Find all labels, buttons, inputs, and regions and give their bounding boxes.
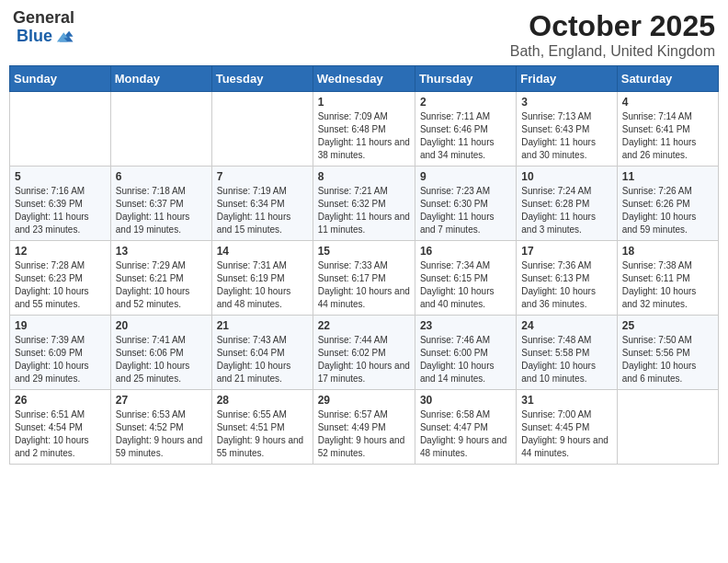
day-info: Sunrise: 7:39 AM Sunset: 6:09 PM Dayligh… (15, 334, 106, 385)
day-number: 31 (521, 394, 611, 407)
day-number: 17 (521, 245, 611, 258)
calendar-cell: 28Sunrise: 6:55 AM Sunset: 4:51 PM Dayli… (211, 390, 313, 465)
weekday-header-row: SundayMondayTuesdayWednesdayThursdayFrid… (10, 66, 719, 92)
calendar-cell: 6Sunrise: 7:18 AM Sunset: 6:37 PM Daylig… (110, 167, 211, 241)
day-number: 28 (217, 394, 308, 407)
day-info: Sunrise: 7:43 AM Sunset: 6:04 PM Dayligh… (217, 334, 308, 385)
calendar-week-4: 19Sunrise: 7:39 AM Sunset: 6:09 PM Dayli… (10, 316, 719, 390)
day-number: 9 (420, 170, 511, 183)
page-header: General Blue October 2025 Bath, England,… (9, 9, 719, 60)
calendar-cell: 26Sunrise: 6:51 AM Sunset: 4:54 PM Dayli… (10, 390, 111, 465)
day-info: Sunrise: 6:51 AM Sunset: 4:54 PM Dayligh… (15, 408, 106, 460)
calendar-body: 1Sunrise: 7:09 AM Sunset: 6:48 PM Daylig… (10, 92, 719, 465)
weekday-friday: Friday (517, 66, 617, 92)
day-info: Sunrise: 7:36 AM Sunset: 6:13 PM Dayligh… (521, 259, 611, 311)
calendar-cell: 19Sunrise: 7:39 AM Sunset: 6:09 PM Dayli… (10, 316, 111, 390)
day-info: Sunrise: 7:46 AM Sunset: 6:00 PM Dayligh… (420, 334, 511, 385)
day-info: Sunrise: 6:55 AM Sunset: 4:51 PM Dayligh… (217, 408, 308, 460)
calendar-cell: 13Sunrise: 7:29 AM Sunset: 6:21 PM Dayli… (110, 241, 211, 316)
day-info: Sunrise: 7:29 AM Sunset: 6:21 PM Dayligh… (116, 259, 207, 311)
day-number: 6 (116, 170, 207, 183)
day-info: Sunrise: 7:18 AM Sunset: 6:37 PM Dayligh… (116, 185, 207, 236)
day-info: Sunrise: 7:44 AM Sunset: 6:02 PM Dayligh… (318, 334, 410, 385)
day-info: Sunrise: 7:26 AM Sunset: 6:26 PM Dayligh… (622, 185, 713, 236)
day-number: 22 (318, 319, 410, 332)
calendar-cell (110, 92, 211, 167)
calendar-cell: 14Sunrise: 7:31 AM Sunset: 6:19 PM Dayli… (211, 241, 313, 316)
calendar-cell: 10Sunrise: 7:24 AM Sunset: 6:28 PM Dayli… (517, 167, 617, 241)
calendar-cell (10, 92, 111, 167)
weekday-wednesday: Wednesday (313, 66, 415, 92)
day-info: Sunrise: 6:58 AM Sunset: 4:47 PM Dayligh… (420, 408, 511, 460)
day-info: Sunrise: 7:23 AM Sunset: 6:30 PM Dayligh… (420, 185, 511, 236)
day-info: Sunrise: 7:28 AM Sunset: 6:23 PM Dayligh… (15, 259, 106, 311)
day-info: Sunrise: 7:16 AM Sunset: 6:39 PM Dayligh… (15, 185, 106, 236)
day-number: 12 (15, 245, 106, 258)
day-info: Sunrise: 7:24 AM Sunset: 6:28 PM Dayligh… (521, 185, 611, 236)
day-number: 21 (217, 319, 308, 332)
calendar-cell: 8Sunrise: 7:21 AM Sunset: 6:32 PM Daylig… (313, 167, 415, 241)
day-info: Sunrise: 7:41 AM Sunset: 6:06 PM Dayligh… (116, 334, 207, 385)
day-number: 20 (116, 319, 207, 332)
calendar-cell: 5Sunrise: 7:16 AM Sunset: 6:39 PM Daylig… (10, 167, 111, 241)
svg-marker-1 (57, 32, 68, 41)
day-info: Sunrise: 7:48 AM Sunset: 5:58 PM Dayligh… (521, 334, 611, 385)
calendar-cell: 23Sunrise: 7:46 AM Sunset: 6:00 PM Dayli… (415, 316, 516, 390)
calendar-cell: 24Sunrise: 7:48 AM Sunset: 5:58 PM Dayli… (517, 316, 617, 390)
day-info: Sunrise: 7:38 AM Sunset: 6:11 PM Dayligh… (622, 259, 713, 311)
day-number: 16 (420, 245, 511, 258)
day-number: 2 (420, 96, 511, 109)
day-number: 8 (318, 170, 410, 183)
day-number: 7 (217, 170, 308, 183)
day-info: Sunrise: 7:33 AM Sunset: 6:17 PM Dayligh… (318, 259, 410, 311)
calendar-cell: 1Sunrise: 7:09 AM Sunset: 6:48 PM Daylig… (313, 92, 415, 167)
calendar-cell: 9Sunrise: 7:23 AM Sunset: 6:30 PM Daylig… (415, 167, 516, 241)
day-number: 19 (15, 319, 106, 332)
calendar-cell: 7Sunrise: 7:19 AM Sunset: 6:34 PM Daylig… (211, 167, 313, 241)
calendar-cell: 12Sunrise: 7:28 AM Sunset: 6:23 PM Dayli… (10, 241, 111, 316)
calendar-cell: 16Sunrise: 7:34 AM Sunset: 6:15 PM Dayli… (415, 241, 516, 316)
logo: General Blue (13, 9, 74, 46)
day-info: Sunrise: 7:13 AM Sunset: 6:43 PM Dayligh… (521, 110, 611, 162)
day-number: 5 (15, 170, 106, 183)
calendar-cell (617, 390, 718, 465)
weekday-sunday: Sunday (10, 66, 111, 92)
calendar-cell: 4Sunrise: 7:14 AM Sunset: 6:41 PM Daylig… (617, 92, 718, 167)
calendar-cell: 22Sunrise: 7:44 AM Sunset: 6:02 PM Dayli… (313, 316, 415, 390)
location-title: Bath, England, United Kingdom (510, 43, 715, 60)
day-info: Sunrise: 6:57 AM Sunset: 4:49 PM Dayligh… (318, 408, 410, 460)
calendar-cell: 17Sunrise: 7:36 AM Sunset: 6:13 PM Dayli… (517, 241, 617, 316)
day-info: Sunrise: 7:11 AM Sunset: 6:46 PM Dayligh… (420, 110, 511, 162)
calendar-cell: 31Sunrise: 7:00 AM Sunset: 4:45 PM Dayli… (517, 390, 617, 465)
day-number: 3 (521, 96, 611, 109)
logo-general: General (13, 9, 74, 26)
day-number: 30 (420, 394, 511, 407)
day-info: Sunrise: 7:34 AM Sunset: 6:15 PM Dayligh… (420, 259, 511, 311)
day-number: 1 (318, 96, 410, 109)
day-number: 23 (420, 319, 511, 332)
calendar-cell: 3Sunrise: 7:13 AM Sunset: 6:43 PM Daylig… (517, 92, 617, 167)
day-info: Sunrise: 6:53 AM Sunset: 4:52 PM Dayligh… (116, 408, 207, 460)
day-number: 24 (521, 319, 611, 332)
calendar-cell: 15Sunrise: 7:33 AM Sunset: 6:17 PM Dayli… (313, 241, 415, 316)
title-block: October 2025 Bath, England, United Kingd… (510, 9, 715, 60)
day-number: 26 (15, 394, 106, 407)
calendar-week-5: 26Sunrise: 6:51 AM Sunset: 4:54 PM Dayli… (10, 390, 719, 465)
calendar-week-1: 1Sunrise: 7:09 AM Sunset: 6:48 PM Daylig… (10, 92, 719, 167)
calendar-cell (211, 92, 313, 167)
calendar-table: SundayMondayTuesdayWednesdayThursdayFrid… (9, 65, 719, 465)
day-number: 11 (622, 170, 713, 183)
calendar-cell: 25Sunrise: 7:50 AM Sunset: 5:56 PM Dayli… (617, 316, 718, 390)
weekday-saturday: Saturday (617, 66, 718, 92)
calendar-cell: 29Sunrise: 6:57 AM Sunset: 4:49 PM Dayli… (313, 390, 415, 465)
calendar-cell: 18Sunrise: 7:38 AM Sunset: 6:11 PM Dayli… (617, 241, 718, 316)
day-number: 13 (116, 245, 207, 258)
day-info: Sunrise: 7:19 AM Sunset: 6:34 PM Dayligh… (217, 185, 308, 236)
day-number: 4 (622, 96, 713, 109)
logo-icon (54, 26, 74, 46)
calendar-cell: 11Sunrise: 7:26 AM Sunset: 6:26 PM Dayli… (617, 167, 718, 241)
day-number: 10 (521, 170, 611, 183)
day-info: Sunrise: 7:00 AM Sunset: 4:45 PM Dayligh… (521, 408, 611, 460)
calendar-cell: 30Sunrise: 6:58 AM Sunset: 4:47 PM Dayli… (415, 390, 516, 465)
day-number: 27 (116, 394, 207, 407)
